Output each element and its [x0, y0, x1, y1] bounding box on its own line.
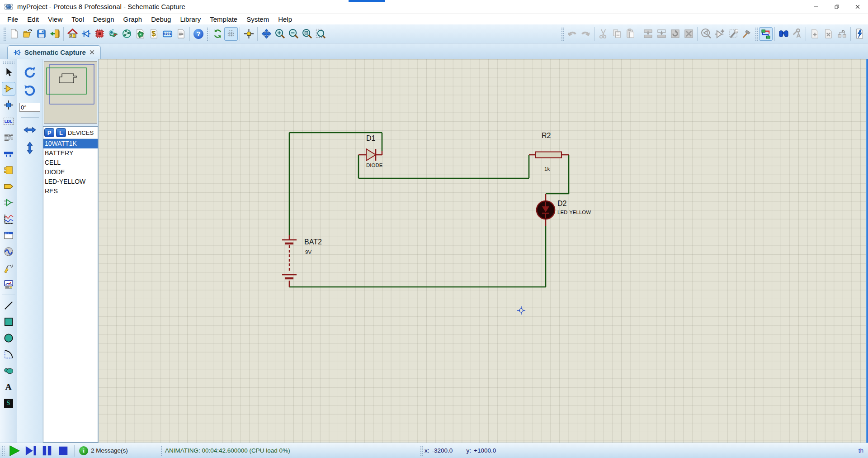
goto-sheet-button[interactable] [835, 27, 849, 41]
overview-minimap[interactable] [44, 61, 97, 124]
menu-file[interactable]: File [3, 14, 23, 24]
grid-toggle-button[interactable] [224, 27, 238, 41]
wire-label-mode-button[interactable]: LBL [2, 114, 15, 128]
packaging-tool-button[interactable] [726, 27, 740, 41]
close-project-button[interactable] [48, 27, 61, 41]
open-project-button[interactable] [21, 27, 34, 41]
block-rotate-button[interactable] [668, 27, 682, 41]
schematic-capture-button[interactable] [79, 27, 93, 41]
cut-button[interactable] [596, 27, 610, 41]
3d-visualizer-button[interactable] [106, 27, 120, 41]
menu-debug[interactable]: Debug [146, 14, 175, 24]
zoom-area-button[interactable] [314, 27, 327, 41]
menu-tool[interactable]: Tool [67, 14, 89, 24]
library-manager-button[interactable]: L [56, 128, 66, 137]
device-item[interactable]: DIODE [43, 167, 98, 177]
zoom-extents-button[interactable] [300, 27, 314, 41]
rotate-cw-button[interactable] [22, 65, 38, 80]
component-mode-button[interactable] [2, 82, 15, 95]
menu-library[interactable]: Library [175, 14, 205, 24]
menu-edit[interactable]: Edit [23, 14, 43, 24]
origin-button[interactable] [242, 27, 255, 41]
voltage-probe-mode-button[interactable] [2, 261, 15, 275]
selection-mode-button[interactable] [2, 66, 15, 79]
block-delete-button[interactable] [682, 27, 695, 41]
2d-symbol-button[interactable]: S [2, 396, 15, 410]
search-tag-button[interactable] [777, 27, 790, 41]
pick-parts-button[interactable]: P [44, 128, 54, 137]
copy-button[interactable] [610, 27, 623, 41]
block-move-button[interactable] [655, 27, 668, 41]
electrical-rule-check-button[interactable] [853, 27, 866, 41]
bill-of-materials-button[interactable]: $ [147, 27, 160, 41]
design-explorer-button[interactable] [133, 27, 147, 41]
mirror-vertical-button[interactable] [22, 140, 38, 156]
property-assignment-button[interactable] [790, 27, 804, 41]
2d-circle-button[interactable] [2, 331, 15, 345]
info-icon[interactable]: i [79, 446, 88, 455]
pause-button[interactable] [39, 444, 55, 457]
redraw-button[interactable] [211, 27, 224, 41]
junction-dot-mode-button[interactable] [2, 98, 15, 112]
message-count[interactable]: 2 Message(s) [91, 447, 159, 454]
home-page-button[interactable] [66, 27, 79, 41]
device-item[interactable]: LED-YELLOW [43, 177, 98, 186]
2d-box-button[interactable] [2, 315, 15, 329]
make-device-button[interactable] [713, 27, 726, 41]
design-notes-button[interactable] [174, 27, 188, 41]
pcb-layout-button[interactable] [93, 27, 106, 41]
menu-graph[interactable]: Graph [119, 14, 147, 24]
device-item[interactable]: RES [43, 186, 98, 196]
save-project-button[interactable] [34, 27, 48, 41]
rotation-angle-field[interactable] [19, 103, 40, 112]
2d-arc-button[interactable] [2, 348, 15, 361]
schematic-canvas[interactable]: D1 DIODE R2 1k D2 LED-YELLOW BAT2 9V [99, 59, 868, 443]
instrument-mode-button[interactable] [2, 277, 15, 291]
menu-help[interactable]: Help [274, 14, 297, 24]
pick-device-button[interactable] [699, 27, 713, 41]
zoom-out-button[interactable] [287, 27, 300, 41]
play-button[interactable] [6, 444, 23, 457]
menu-design[interactable]: Design [89, 14, 119, 24]
graph-mode-button[interactable] [2, 212, 15, 226]
device-item[interactable]: BATTERY [43, 148, 98, 158]
decompose-button[interactable] [740, 27, 754, 41]
help-button[interactable]: ? [192, 27, 205, 41]
paste-button[interactable] [623, 27, 637, 41]
block-copy-button[interactable] [641, 27, 655, 41]
undo-button[interactable] [565, 27, 579, 41]
close-button[interactable] [847, 0, 868, 14]
minimize-button[interactable] [806, 0, 826, 14]
step-button[interactable] [23, 444, 39, 457]
text-script-mode-button[interactable] [2, 131, 15, 144]
tape-recorder-mode-button[interactable] [2, 229, 15, 242]
wire-autorouter-button[interactable] [759, 27, 773, 41]
menu-template[interactable]: Template [205, 14, 242, 24]
subcircuit-mode-button[interactable] [2, 163, 15, 177]
remove-sheet-button[interactable] [821, 27, 835, 41]
tab-schematic-capture[interactable]: Schematic Capture [7, 45, 101, 59]
bus-mode-button[interactable] [2, 147, 15, 161]
device-pin-mode-button[interactable] [2, 196, 15, 210]
mirror-horizontal-button[interactable] [22, 122, 38, 138]
zoom-in-button[interactable] [273, 27, 287, 41]
device-item[interactable]: CELL [43, 158, 98, 167]
2d-path-button[interactable] [2, 364, 15, 377]
tab-close-button[interactable] [89, 49, 95, 55]
gerber-viewer-button[interactable] [120, 27, 133, 41]
menu-system[interactable]: System [242, 14, 274, 24]
rotate-ccw-button[interactable] [22, 83, 38, 98]
redo-button[interactable] [579, 27, 592, 41]
stop-button[interactable] [55, 444, 71, 457]
menu-view[interactable]: View [43, 14, 67, 24]
new-sheet-button[interactable] [808, 27, 821, 41]
terminal-mode-button[interactable] [2, 180, 15, 193]
source-code-button[interactable]: 0101 [160, 27, 174, 41]
2d-text-button[interactable]: A [2, 380, 15, 394]
device-item[interactable]: 10WATT1K [43, 139, 98, 148]
new-project-button[interactable] [7, 27, 21, 41]
pan-button[interactable] [259, 27, 273, 41]
generator-mode-button[interactable] [2, 245, 15, 258]
restore-button[interactable] [826, 0, 847, 14]
2d-line-button[interactable] [2, 299, 15, 312]
